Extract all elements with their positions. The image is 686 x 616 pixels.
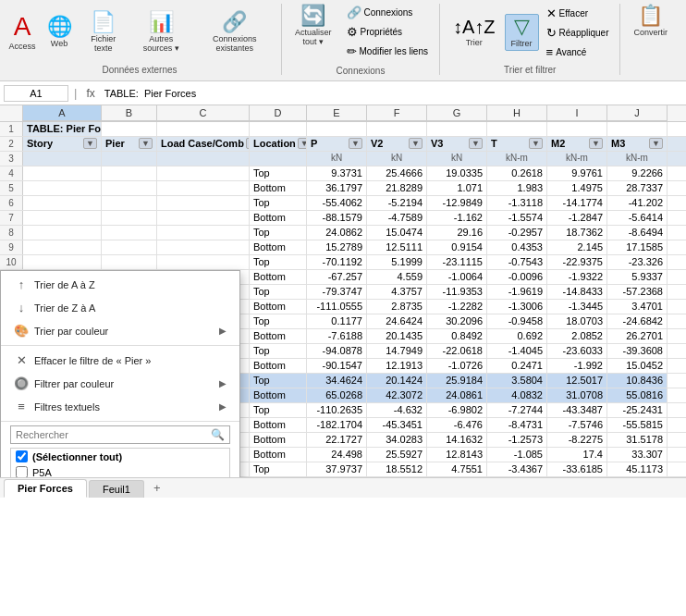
cell-C9[interactable] [157, 240, 250, 254]
convertir-button[interactable]: 📋 Convertir [628, 4, 673, 39]
col-header-b[interactable]: B [102, 105, 157, 121]
cell-F6[interactable]: -5.2194 [367, 196, 427, 210]
cell-J9[interactable]: 17.1585 [607, 240, 668, 254]
cell-H15[interactable]: 0.692 [487, 329, 547, 343]
cell-H8[interactable]: -0.2957 [487, 226, 547, 240]
cell-C4[interactable] [157, 166, 250, 180]
cell-I17[interactable]: -1.992 [547, 359, 607, 373]
cell-C10[interactable] [157, 255, 250, 269]
cell-D7[interactable]: Bottom [250, 211, 307, 225]
cell-J24[interactable]: 45.1173 [607, 462, 668, 476]
search-icon-btn[interactable]: 🔍 [206, 426, 229, 443]
cell-f3[interactable]: kN [367, 152, 427, 166]
col-header-h[interactable]: H [487, 105, 547, 121]
cell-I5[interactable]: 1.4975 [547, 181, 607, 195]
cell-G24[interactable]: 4.7551 [427, 462, 487, 476]
cell-J23[interactable]: 33.307 [607, 448, 668, 462]
cell-D11[interactable]: Bottom [250, 270, 307, 284]
cell-F14[interactable]: 24.6424 [367, 314, 427, 328]
sort-za-item[interactable]: ↓ Trier de Z à A [1, 296, 239, 319]
cell-D16[interactable]: Top [250, 344, 307, 358]
cell-I8[interactable]: 18.7362 [547, 226, 607, 240]
cell-j3[interactable]: kN-m [607, 152, 668, 166]
checkbox-select-all-input[interactable] [16, 450, 28, 462]
filtrer-button[interactable]: ▽ Filtrer [505, 14, 539, 51]
cell-J20[interactable]: -25.2431 [607, 403, 668, 417]
cell-G21[interactable]: -6.476 [427, 418, 487, 432]
cell-h3[interactable]: kN-m [487, 152, 547, 166]
cell-e1[interactable] [307, 122, 367, 136]
cell-I19[interactable]: 31.0708 [547, 388, 607, 402]
cell-F7[interactable]: -4.7589 [367, 211, 427, 225]
col-header-e[interactable]: E [307, 105, 367, 121]
cell-J19[interactable]: 55.0816 [607, 388, 668, 402]
cell-J6[interactable]: -41.202 [607, 196, 668, 210]
cell-G16[interactable]: -22.0618 [427, 344, 487, 358]
filter-color-item[interactable]: 🔘 Filtrer par couleur ▶ [1, 372, 239, 395]
checkbox-p5a-input[interactable] [16, 466, 28, 477]
cell-C5[interactable] [157, 181, 250, 195]
p-filter-arrow[interactable]: ▼ [349, 138, 362, 149]
cell-A10[interactable] [23, 255, 102, 269]
cell-I23[interactable]: 17.4 [547, 448, 607, 462]
cell-G11[interactable]: -1.0064 [427, 270, 487, 284]
cell-I14[interactable]: 18.0703 [547, 314, 607, 328]
connexions-existantes-button[interactable]: 🔗 Connexions existantes [195, 10, 274, 55]
formula-input[interactable] [103, 86, 682, 101]
cell-E14[interactable]: 0.1177 [307, 314, 367, 328]
col-header-c[interactable]: C [157, 105, 250, 121]
checkbox-select-all[interactable]: (Sélectionner tout) [11, 449, 229, 464]
cell-H22[interactable]: -1.2573 [487, 433, 547, 447]
cell-A5[interactable] [23, 181, 102, 195]
actualiser-tout-button[interactable]: 🔄 Actualiser tout ▾ [289, 4, 337, 48]
proprietes-button[interactable]: ⚙ Propriétés [343, 23, 432, 41]
cell-d3[interactable] [250, 152, 307, 166]
cell-f2[interactable]: V2 ▼ [367, 137, 427, 151]
cell-F23[interactable]: 25.5927 [367, 448, 427, 462]
add-sheet-button[interactable]: + [146, 478, 168, 498]
cell-b2[interactable]: Pier ▼ [102, 137, 157, 151]
cell-H20[interactable]: -7.2744 [487, 403, 547, 417]
cell-D13[interactable]: Bottom [250, 300, 307, 314]
cell-C7[interactable] [157, 211, 250, 225]
cell-F9[interactable]: 12.5111 [367, 240, 427, 254]
cell-E7[interactable]: -88.1579 [307, 211, 367, 225]
cell-J17[interactable]: 15.0452 [607, 359, 668, 373]
cell-F8[interactable]: 15.0474 [367, 226, 427, 240]
col-header-d[interactable]: D [250, 105, 307, 121]
cell-b1[interactable] [102, 122, 157, 136]
cell-E10[interactable]: -70.1192 [307, 255, 367, 269]
cell-E19[interactable]: 65.0268 [307, 388, 367, 402]
cell-e2[interactable]: P ▼ [307, 137, 367, 151]
cell-J4[interactable]: 9.2266 [607, 166, 668, 180]
cell-H14[interactable]: -0.9458 [487, 314, 547, 328]
cell-g1[interactable] [427, 122, 487, 136]
cell-J5[interactable]: 28.7337 [607, 181, 668, 195]
cell-A9[interactable] [23, 240, 102, 254]
cell-a1[interactable]: TABLE: Pier Forces [23, 122, 102, 136]
cell-B6[interactable] [102, 196, 157, 210]
cell-h1[interactable] [487, 122, 547, 136]
cell-D18[interactable]: Top [250, 374, 307, 388]
cell-e3[interactable]: kN [307, 152, 367, 166]
cell-J7[interactable]: -5.6414 [607, 211, 668, 225]
cell-E9[interactable]: 15.2789 [307, 240, 367, 254]
cell-G14[interactable]: 30.2096 [427, 314, 487, 328]
cell-B5[interactable] [102, 181, 157, 195]
cell-C6[interactable] [157, 196, 250, 210]
v2-filter-arrow[interactable]: ▼ [409, 138, 423, 149]
cell-J12[interactable]: -57.2368 [607, 285, 668, 299]
cell-I11[interactable]: -1.9322 [547, 270, 607, 284]
cell-G12[interactable]: -11.9353 [427, 285, 487, 299]
cell-I13[interactable]: -1.3445 [547, 300, 607, 314]
cell-F18[interactable]: 20.1424 [367, 374, 427, 388]
cell-F24[interactable]: 18.5512 [367, 462, 427, 476]
cell-E6[interactable]: -55.4062 [307, 196, 367, 210]
cell-f1[interactable] [367, 122, 427, 136]
t-filter-arrow[interactable]: ▼ [529, 138, 543, 149]
cell-E11[interactable]: -67.257 [307, 270, 367, 284]
cell-I18[interactable]: 12.5017 [547, 374, 607, 388]
cell-j2[interactable]: M3 ▼ [607, 137, 668, 151]
cell-E8[interactable]: 24.0862 [307, 226, 367, 240]
cell-I4[interactable]: 9.9761 [547, 166, 607, 180]
